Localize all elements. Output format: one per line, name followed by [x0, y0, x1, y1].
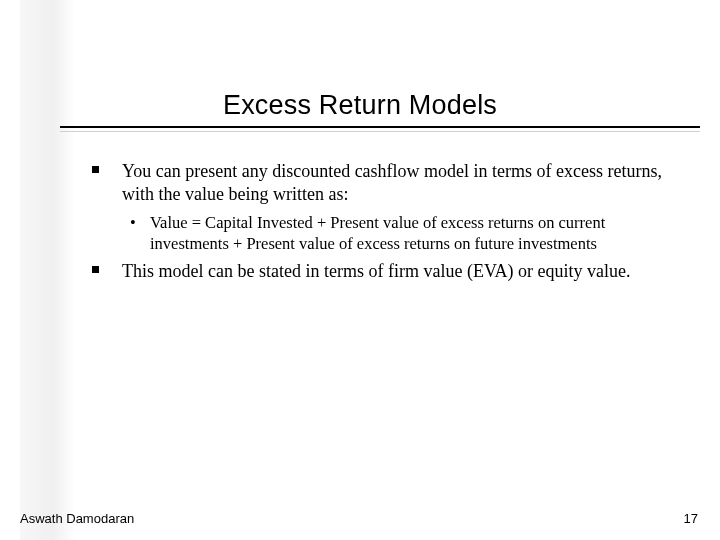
bullet-text: This model can be stated in terms of fir…	[122, 261, 631, 281]
left-shadow-column	[20, 0, 75, 540]
title-rule-light	[60, 131, 700, 132]
bullet-level-1: You can present any discounted cashflow …	[92, 160, 670, 205]
slide-body: You can present any discounted cashflow …	[92, 160, 670, 291]
bullet-text: Value = Capital Invested + Present value…	[150, 213, 605, 253]
slide: Excess Return Models You can present any…	[0, 0, 720, 540]
bullet-level-1: This model can be stated in terms of fir…	[92, 260, 670, 283]
footer-author: Aswath Damodaran	[20, 511, 134, 526]
title-rule-dark	[60, 126, 700, 128]
square-bullet-icon	[92, 266, 99, 273]
square-bullet-icon	[92, 166, 99, 173]
slide-title: Excess Return Models	[0, 90, 720, 121]
bullet-level-2: • Value = Capital Invested + Present val…	[92, 213, 670, 254]
bullet-text: You can present any discounted cashflow …	[122, 161, 662, 204]
footer-page-number: 17	[684, 511, 698, 526]
dot-bullet-icon: •	[130, 213, 136, 234]
